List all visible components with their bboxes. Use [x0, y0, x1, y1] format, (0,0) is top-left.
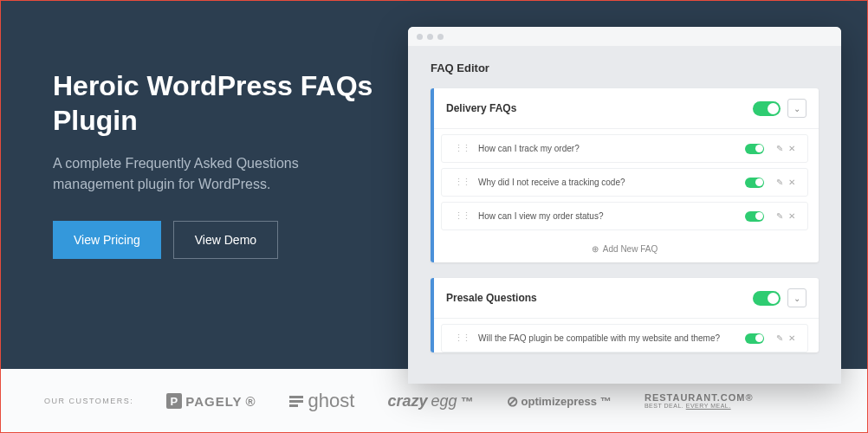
customers-label: OUR CUSTOMERS: — [44, 397, 133, 405]
faq-toggle[interactable] — [745, 178, 764, 188]
faq-question: How can I track my order? — [478, 144, 745, 153]
hero-section: Heroic WordPress FAQs Plugin A complete … — [1, 1, 867, 369]
pagely-icon: P — [166, 393, 182, 409]
faq-toggle[interactable] — [745, 211, 764, 222]
drag-handle-icon[interactable]: ⋮⋮ — [454, 210, 470, 222]
edit-icon[interactable]: ✎ — [776, 211, 783, 221]
hero-title: Heroic WordPress FAQs Plugin — [53, 68, 382, 138]
group-toggle[interactable] — [753, 101, 781, 116]
window-dot-icon — [437, 34, 444, 40]
expand-button[interactable]: ⌄ — [787, 99, 806, 118]
faq-toggle[interactable] — [745, 333, 764, 344]
drag-handle-icon[interactable]: ⋮⋮ — [454, 333, 470, 344]
logo-restaurant: RESTAURANT.COM®BEST DEAL. EVERY MEAL. — [645, 392, 754, 410]
editor-title: FAQ Editor — [431, 61, 819, 74]
add-faq-button[interactable]: Add New FAQ — [431, 236, 819, 262]
group-toggle[interactable] — [753, 291, 781, 306]
drag-handle-icon[interactable]: ⋮⋮ — [454, 143, 470, 154]
faq-row[interactable]: ⋮⋮ How can I track my order? ✎ ✕ — [441, 134, 808, 163]
group-header: Presale Questions ⌄ — [431, 278, 819, 319]
group-header: Delivery FAQs ⌄ — [431, 88, 819, 129]
faq-group: Presale Questions ⌄ ⋮⋮ Will the FAQ plug… — [431, 278, 819, 352]
window-titlebar — [408, 27, 841, 46]
group-title: Delivery FAQs — [446, 102, 753, 114]
edit-icon[interactable]: ✎ — [776, 178, 783, 187]
close-icon[interactable]: ✕ — [788, 211, 795, 221]
logo-ghost: ghost — [289, 390, 355, 412]
ghost-icon — [289, 396, 303, 407]
close-icon[interactable]: ✕ — [788, 144, 795, 153]
faq-group: Delivery FAQs ⌄ ⋮⋮ How can I track my or… — [431, 88, 819, 262]
faq-question: Will the FAQ plugin be compatible with m… — [478, 333, 745, 343]
faq-row[interactable]: ⋮⋮ Why did I not receive a tracking code… — [441, 168, 808, 197]
edit-icon[interactable]: ✎ — [776, 333, 783, 343]
edit-icon[interactable]: ✎ — [776, 144, 783, 153]
faq-editor-window: FAQ Editor Delivery FAQs ⌄ ⋮⋮ How can I … — [408, 27, 841, 384]
chevron-down-icon: ⌄ — [794, 294, 800, 303]
group-title: Presale Questions — [446, 292, 753, 304]
window-dot-icon — [417, 34, 423, 40]
optimizepress-icon: ⊘ — [507, 393, 518, 410]
chevron-down-icon: ⌄ — [794, 104, 800, 113]
faq-question: How can I view my order status? — [478, 211, 745, 221]
hero-buttons: View Pricing View Demo — [53, 221, 382, 259]
expand-button[interactable]: ⌄ — [787, 288, 806, 307]
view-pricing-button[interactable]: View Pricing — [53, 221, 161, 259]
hero-text: Heroic WordPress FAQs Plugin A complete … — [1, 1, 382, 369]
close-icon[interactable]: ✕ — [788, 333, 795, 343]
logo-crazyegg: crazyegg™ — [387, 392, 473, 410]
faq-toggle[interactable] — [745, 144, 764, 154]
editor-body: FAQ Editor Delivery FAQs ⌄ ⋮⋮ How can I … — [408, 46, 841, 384]
view-demo-button[interactable]: View Demo — [173, 221, 278, 259]
faq-row[interactable]: ⋮⋮ Will the FAQ plugin be compatible wit… — [441, 324, 808, 352]
logo-pagely: PPAGELY® — [166, 393, 256, 409]
logo-optimizepress: ⊘optimizepress™ — [507, 393, 612, 410]
faq-row[interactable]: ⋮⋮ How can I view my order status? ✎ ✕ — [441, 202, 808, 230]
drag-handle-icon[interactable]: ⋮⋮ — [454, 177, 470, 188]
window-dot-icon — [427, 34, 433, 40]
faq-question: Why did I not receive a tracking code? — [478, 178, 745, 187]
hero-subtitle: A complete Frequently Asked Questions ma… — [53, 153, 382, 195]
close-icon[interactable]: ✕ — [788, 178, 795, 187]
